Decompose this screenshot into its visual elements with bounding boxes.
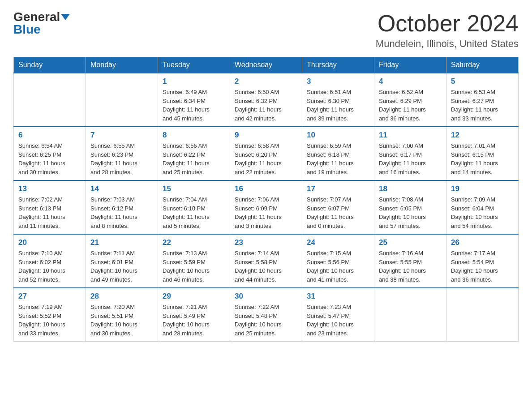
- day-info: Sunrise: 6:52 AMSunset: 6:29 PMDaylight:…: [379, 88, 442, 123]
- day-of-week-header: Thursday: [302, 57, 374, 73]
- day-number: 30: [235, 292, 297, 301]
- day-info: Sunrise: 7:01 AMSunset: 6:15 PMDaylight:…: [451, 141, 514, 176]
- calendar-day-cell: 18Sunrise: 7:08 AMSunset: 6:05 PMDayligh…: [374, 180, 446, 234]
- calendar-day-cell: 22Sunrise: 7:13 AMSunset: 5:59 PMDayligh…: [158, 234, 230, 288]
- calendar-day-cell: 29Sunrise: 7:21 AMSunset: 5:49 PMDayligh…: [158, 288, 230, 342]
- calendar-day-cell: 15Sunrise: 7:04 AMSunset: 6:10 PMDayligh…: [158, 180, 230, 234]
- location-text: Mundelein, Illinois, United States: [376, 38, 519, 50]
- day-of-week-header: Sunday: [14, 57, 86, 73]
- day-info: Sunrise: 6:50 AMSunset: 6:32 PMDaylight:…: [235, 88, 297, 123]
- day-number: 20: [18, 238, 81, 247]
- day-info: Sunrise: 7:14 AMSunset: 5:58 PMDaylight:…: [235, 249, 297, 284]
- calendar-day-cell: [446, 288, 519, 342]
- day-number: 3: [307, 77, 369, 86]
- calendar-header-row: SundayMondayTuesdayWednesdayThursdayFrid…: [14, 57, 519, 73]
- day-info: Sunrise: 7:13 AMSunset: 5:59 PMDaylight:…: [163, 249, 225, 284]
- day-number: 14: [90, 184, 153, 193]
- day-number: 12: [451, 131, 514, 140]
- page-header: General Blue October 2024 Mundelein, Ill…: [13, 11, 519, 50]
- day-number: 27: [18, 292, 81, 301]
- day-number: 31: [307, 292, 369, 301]
- day-number: 19: [451, 184, 514, 193]
- day-info: Sunrise: 6:55 AMSunset: 6:23 PMDaylight:…: [90, 141, 153, 176]
- calendar-day-cell: 2Sunrise: 6:50 AMSunset: 6:32 PMDaylight…: [230, 73, 302, 127]
- day-number: 23: [235, 238, 297, 247]
- day-info: Sunrise: 7:06 AMSunset: 6:09 PMDaylight:…: [235, 195, 297, 230]
- day-info: Sunrise: 7:20 AMSunset: 5:51 PMDaylight:…: [90, 303, 153, 338]
- calendar-day-cell: 3Sunrise: 6:51 AMSunset: 6:30 PMDaylight…: [302, 73, 374, 127]
- calendar-day-cell: [374, 288, 446, 342]
- calendar-day-cell: 21Sunrise: 7:11 AMSunset: 6:01 PMDayligh…: [86, 234, 158, 288]
- calendar-day-cell: 28Sunrise: 7:20 AMSunset: 5:51 PMDayligh…: [86, 288, 158, 342]
- calendar-day-cell: 16Sunrise: 7:06 AMSunset: 6:09 PMDayligh…: [230, 180, 302, 234]
- day-info: Sunrise: 7:07 AMSunset: 6:07 PMDaylight:…: [307, 195, 369, 230]
- calendar-day-cell: 30Sunrise: 7:22 AMSunset: 5:48 PMDayligh…: [230, 288, 302, 342]
- calendar-day-cell: 7Sunrise: 6:55 AMSunset: 6:23 PMDaylight…: [86, 127, 158, 180]
- logo-blue-text: Blue: [13, 23, 41, 36]
- calendar-week-row: 1Sunrise: 6:49 AMSunset: 6:34 PMDaylight…: [14, 73, 519, 127]
- calendar-day-cell: 19Sunrise: 7:09 AMSunset: 6:04 PMDayligh…: [446, 180, 519, 234]
- day-of-week-header: Wednesday: [230, 57, 302, 73]
- day-number: 11: [379, 131, 442, 140]
- day-info: Sunrise: 7:16 AMSunset: 5:55 PMDaylight:…: [379, 249, 442, 284]
- day-info: Sunrise: 7:19 AMSunset: 5:52 PMDaylight:…: [18, 303, 81, 338]
- calendar-day-cell: 26Sunrise: 7:17 AMSunset: 5:54 PMDayligh…: [446, 234, 519, 288]
- calendar-day-cell: 25Sunrise: 7:16 AMSunset: 5:55 PMDayligh…: [374, 234, 446, 288]
- day-number: 6: [18, 131, 81, 140]
- calendar-week-row: 27Sunrise: 7:19 AMSunset: 5:52 PMDayligh…: [14, 288, 519, 342]
- day-info: Sunrise: 7:04 AMSunset: 6:10 PMDaylight:…: [163, 195, 225, 230]
- day-number: 25: [379, 238, 442, 247]
- day-of-week-header: Monday: [86, 57, 158, 73]
- day-number: 29: [163, 292, 225, 301]
- calendar-table: SundayMondayTuesdayWednesdayThursdayFrid…: [13, 57, 519, 342]
- calendar-day-cell: 10Sunrise: 6:59 AMSunset: 6:18 PMDayligh…: [302, 127, 374, 180]
- day-info: Sunrise: 7:15 AMSunset: 5:56 PMDaylight:…: [307, 249, 369, 284]
- day-number: 4: [379, 77, 442, 86]
- day-number: 22: [163, 238, 225, 247]
- calendar-day-cell: 6Sunrise: 6:54 AMSunset: 6:25 PMDaylight…: [14, 127, 86, 180]
- calendar-day-cell: 4Sunrise: 6:52 AMSunset: 6:29 PMDaylight…: [374, 73, 446, 127]
- day-of-week-header: Saturday: [446, 57, 519, 73]
- day-info: Sunrise: 6:58 AMSunset: 6:20 PMDaylight:…: [235, 141, 297, 176]
- calendar-day-cell: 24Sunrise: 7:15 AMSunset: 5:56 PMDayligh…: [302, 234, 374, 288]
- day-info: Sunrise: 7:09 AMSunset: 6:04 PMDaylight:…: [451, 195, 514, 230]
- day-info: Sunrise: 6:56 AMSunset: 6:22 PMDaylight:…: [163, 141, 225, 176]
- day-info: Sunrise: 7:22 AMSunset: 5:48 PMDaylight:…: [235, 303, 297, 338]
- day-info: Sunrise: 7:17 AMSunset: 5:54 PMDaylight:…: [451, 249, 514, 284]
- calendar-day-cell: 13Sunrise: 7:02 AMSunset: 6:13 PMDayligh…: [14, 180, 86, 234]
- day-number: 28: [90, 292, 153, 301]
- day-number: 15: [163, 184, 225, 193]
- calendar-day-cell: 27Sunrise: 7:19 AMSunset: 5:52 PMDayligh…: [14, 288, 86, 342]
- day-number: 5: [451, 77, 514, 86]
- calendar-day-cell: 8Sunrise: 6:56 AMSunset: 6:22 PMDaylight…: [158, 127, 230, 180]
- month-title: October 2024: [376, 11, 519, 36]
- calendar-week-row: 6Sunrise: 6:54 AMSunset: 6:25 PMDaylight…: [14, 127, 519, 180]
- day-number: 1: [163, 77, 225, 86]
- day-info: Sunrise: 6:49 AMSunset: 6:34 PMDaylight:…: [163, 88, 225, 123]
- day-info: Sunrise: 7:08 AMSunset: 6:05 PMDaylight:…: [379, 195, 442, 230]
- day-info: Sunrise: 7:02 AMSunset: 6:13 PMDaylight:…: [18, 195, 81, 230]
- title-area: October 2024 Mundelein, Illinois, United…: [376, 11, 519, 50]
- day-info: Sunrise: 6:51 AMSunset: 6:30 PMDaylight:…: [307, 88, 369, 123]
- day-of-week-header: Tuesday: [158, 57, 230, 73]
- calendar-day-cell: 17Sunrise: 7:07 AMSunset: 6:07 PMDayligh…: [302, 180, 374, 234]
- logo-general-text: General: [13, 11, 60, 23]
- logo-triangle-icon: [61, 14, 70, 20]
- day-number: 26: [451, 238, 514, 247]
- calendar-day-cell: 20Sunrise: 7:10 AMSunset: 6:02 PMDayligh…: [14, 234, 86, 288]
- day-number: 18: [379, 184, 442, 193]
- calendar-day-cell: 12Sunrise: 7:01 AMSunset: 6:15 PMDayligh…: [446, 127, 519, 180]
- calendar-day-cell: 31Sunrise: 7:23 AMSunset: 5:47 PMDayligh…: [302, 288, 374, 342]
- day-of-week-header: Friday: [374, 57, 446, 73]
- day-info: Sunrise: 6:54 AMSunset: 6:25 PMDaylight:…: [18, 141, 81, 176]
- day-number: 13: [18, 184, 81, 193]
- day-number: 7: [90, 131, 153, 140]
- calendar-day-cell: 11Sunrise: 7:00 AMSunset: 6:17 PMDayligh…: [374, 127, 446, 180]
- day-number: 21: [90, 238, 153, 247]
- day-number: 24: [307, 238, 369, 247]
- day-number: 10: [307, 131, 369, 140]
- day-info: Sunrise: 7:10 AMSunset: 6:02 PMDaylight:…: [18, 249, 81, 284]
- logo: General Blue: [13, 11, 70, 36]
- day-info: Sunrise: 7:21 AMSunset: 5:49 PMDaylight:…: [163, 303, 225, 338]
- calendar-day-cell: 5Sunrise: 6:53 AMSunset: 6:27 PMDaylight…: [446, 73, 519, 127]
